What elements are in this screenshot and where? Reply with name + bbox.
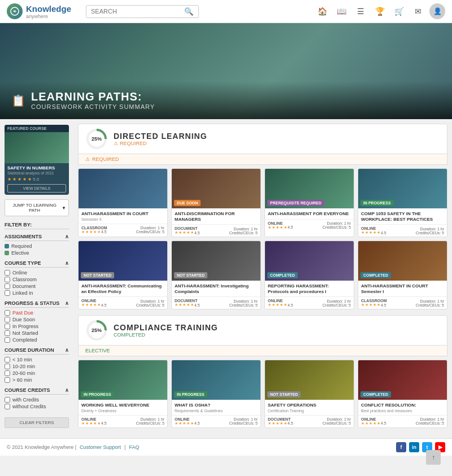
course-thumbnail: COMPLETED <box>358 360 447 400</box>
course-badge: COMPLETED <box>360 391 391 398</box>
filter-lt10[interactable]: < 10 min <box>5 357 69 363</box>
trophy-icon[interactable]: 🏆 <box>372 3 388 19</box>
star: ★ <box>365 303 368 307</box>
course-rating: 4.5 <box>288 303 293 307</box>
in-progress-checkbox[interactable] <box>5 324 10 329</box>
credits-filter: Course Credits ∧ with Credits without Cr… <box>5 387 69 409</box>
logo-icon[interactable] <box>7 3 23 19</box>
scroll-to-top-button[interactable]: ↑ <box>426 450 441 456</box>
course-thumbnail: COMPLETED <box>265 241 354 281</box>
star: ★ <box>93 421 97 426</box>
logo-text: Knowledge anywhere <box>26 4 71 19</box>
filter-due-soon[interactable]: Due Soon <box>5 317 69 322</box>
10-20-checkbox[interactable] <box>5 364 10 369</box>
course-meta-left: ONLINE ★ ★ ★ ★ ★ 4.5 <box>175 417 200 426</box>
course-badge: DUE SOON <box>174 200 201 206</box>
gt60-checkbox[interactable] <box>5 377 10 383</box>
course-duration: Duration: 1 hr Credits/CEUs: 5 <box>323 417 351 425</box>
jump-to-learning-path-button[interactable]: JUMP TO LEARNING PATH ▼ <box>5 199 69 216</box>
course-card[interactable]: NOT STARTED ANTI-HARASSMENT: Investigati… <box>171 241 261 309</box>
filter-not-started[interactable]: Not Started <box>5 330 69 336</box>
filter-linkedin[interactable]: Linked In <box>5 290 69 296</box>
compliance-progress-label: 25% <box>92 327 102 333</box>
course-title: ANTI-HARASSMENT: Investigating Complaint… <box>175 283 258 294</box>
course-type: DOCUMENT <box>268 417 293 421</box>
linkedin-checkbox[interactable] <box>5 290 10 296</box>
due-soon-checkbox[interactable] <box>5 317 10 322</box>
20-60-checkbox[interactable] <box>5 370 10 376</box>
search-button[interactable]: 🔍 <box>184 7 194 16</box>
course-card[interactable]: ANTI-HARASSMENT IN COURT Semester II CLA… <box>78 168 168 237</box>
view-details-button[interactable]: VIEW DETAILS <box>7 184 66 193</box>
document-checkbox[interactable] <box>5 283 10 289</box>
star-5: ★ <box>28 177 32 182</box>
course-card[interactable]: COMPLETED CONFLICT RESOLUTION: Best prac… <box>358 360 447 428</box>
course-card[interactable]: NOT STARTED SAFETY OPERATIONS Certificat… <box>264 360 354 428</box>
filter-elective[interactable]: Elective <box>5 250 69 256</box>
faq-link[interactable]: FAQ <box>129 444 139 450</box>
course-meta: ONLINE ★ ★ ★ ★ ★ 4.5 Duration: 1 hr Cred… <box>265 296 354 309</box>
filter-completed[interactable]: Completed <box>5 337 69 343</box>
search-bar[interactable]: 🔍 <box>86 5 199 18</box>
with-credits-checkbox[interactable] <box>5 397 10 403</box>
star: ★ <box>373 421 376 426</box>
course-type: ONLINE <box>175 417 200 421</box>
customer-support-link[interactable]: Customer Support <box>80 444 121 450</box>
user-icon[interactable]: 👤 <box>429 3 445 19</box>
filter-online[interactable]: Online <box>5 270 69 276</box>
course-duration: Duration: 1 hr Credits/CEUs: 5 <box>229 299 258 307</box>
course-card[interactable]: COMPLETED ANTI-HARASSMENT IN COURT Semes… <box>358 241 447 309</box>
course-card[interactable]: NOT STARTED ANTI-HARASSMENT: Communicati… <box>78 241 168 309</box>
past-due-checkbox[interactable] <box>5 310 10 316</box>
clear-filters-button[interactable]: CLEAR FILTERS <box>5 417 69 428</box>
search-input[interactable] <box>91 8 184 15</box>
compliance-completed-label: COMPLETED <box>114 332 218 338</box>
filter-document[interactable]: Document <box>5 283 69 289</box>
filter-with-credits[interactable]: with Credits <box>5 397 69 403</box>
list-icon[interactable]: ☰ <box>353 3 368 19</box>
cart-icon[interactable]: 🛒 <box>391 3 407 19</box>
classroom-checkbox[interactable] <box>5 277 10 282</box>
course-card[interactable]: IN PROGRESS WORKING WELL W/EVERYONE Dive… <box>78 360 168 428</box>
linkedin-icon[interactable]: in <box>409 442 419 452</box>
star: ★ <box>93 303 97 307</box>
star: ★ <box>272 421 275 426</box>
credits-label: Credits/CEUs: 5 <box>323 303 351 307</box>
course-duration: Duration: 1 hr Credits/CEUs: 5 <box>136 417 164 425</box>
course-card[interactable]: COMPLETED REPORTING HARASSMENT: Protocol… <box>264 241 354 309</box>
course-card[interactable]: PREREQUISITE REQUIRED ANTI-HARASSMENT FO… <box>264 168 354 237</box>
mail-icon[interactable]: ✉ <box>410 3 426 19</box>
book-icon[interactable]: 📖 <box>333 3 349 19</box>
online-checkbox[interactable] <box>5 270 10 276</box>
course-meta-left: ONLINE ★ ★ ★ ★ ★ 4.5 <box>268 299 293 307</box>
course-thumbnail: PREREQUISITE REQUIRED <box>265 169 354 208</box>
filter-required[interactable]: Required <box>5 243 69 249</box>
filter-in-progress[interactable]: In Progress <box>5 324 69 329</box>
home-icon[interactable]: 🏠 <box>314 3 330 19</box>
course-card[interactable]: IN PROGRESS COMP 1053 SAFETY IN THE WORK… <box>358 168 447 237</box>
filter-classroom[interactable]: Classroom <box>5 277 69 282</box>
without-credits-checkbox[interactable] <box>5 404 10 409</box>
filter-past-due[interactable]: Past Due <box>5 310 69 316</box>
course-card[interactable]: DUE SOON ANTI-DISCRIMINATION FOR MANAGER… <box>171 168 261 237</box>
facebook-icon[interactable]: f <box>396 442 406 452</box>
course-stars: ★ ★ ★ ★ ★ 4.5 <box>268 303 293 307</box>
featured-course-card[interactable]: FEATURED COURSE SAFETY IN NUMBERS Statis… <box>5 125 69 195</box>
not-started-checkbox[interactable] <box>5 330 10 336</box>
course-card[interactable]: IN PROGRESS WHAT IS OSHA? Requirements &… <box>171 360 261 428</box>
completed-checkbox[interactable] <box>5 337 10 343</box>
featured-course-subtitle: Statistical analysis of 2021 <box>7 171 66 175</box>
filter-without-credits[interactable]: without Credits <box>5 404 69 409</box>
filter-gt60[interactable]: > 60 min <box>5 377 69 383</box>
filter-10-20[interactable]: 10-20 min <box>5 364 69 369</box>
course-info: ANTI-HARASSMENT FOR EVERYONE <box>265 208 354 219</box>
lt10-checkbox[interactable] <box>5 357 10 363</box>
elective-text: ELECTIVE <box>85 348 110 353</box>
required-banner: ⚠ REQUIRED <box>78 154 447 165</box>
header: Knowledge anywhere 🔍 🏠 📖 ☰ 🏆 🛒 ✉ 👤 <box>0 0 452 23</box>
duration-label: Duration: 1 hr <box>416 227 444 231</box>
filter-label: FILTER BY: <box>5 222 69 229</box>
filter-20-60[interactable]: 20-60 min <box>5 370 69 376</box>
star: ★ <box>179 303 182 307</box>
star: ★ <box>190 230 194 235</box>
